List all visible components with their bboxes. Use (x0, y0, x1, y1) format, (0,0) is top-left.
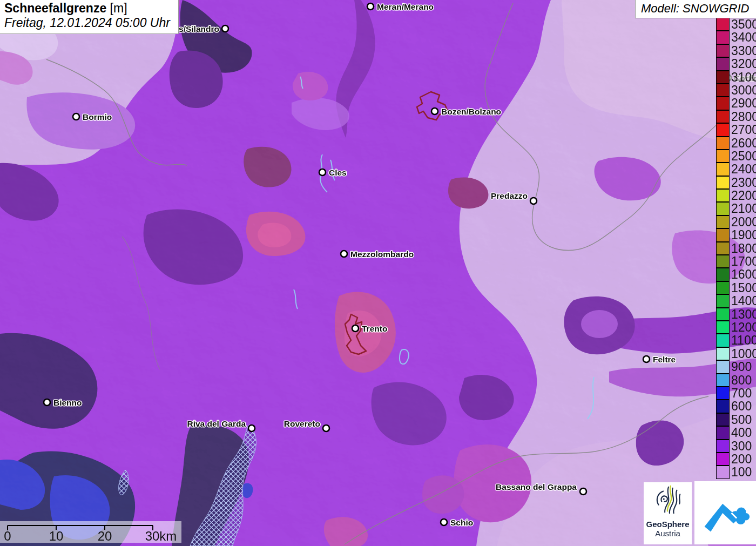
legend-value: 200 (731, 453, 752, 466)
legend-swatch (716, 163, 730, 176)
city-label: Mezzolombardo (350, 250, 414, 259)
legend-entry: 100 (716, 466, 756, 478)
legend-entry: 1500 (716, 281, 756, 294)
legend-entry: 3300 (716, 44, 756, 57)
legend-swatch (716, 294, 730, 307)
legend-entry: 700 (716, 387, 756, 400)
title-box: Schneefallgrenze [m] Freitag, 12.01.2024… (0, 0, 179, 34)
city-label: Trento (362, 324, 387, 333)
legend: 3500340033003200310030002900280027002600… (716, 18, 756, 479)
legend-swatch (716, 84, 730, 97)
city-marker (580, 488, 586, 495)
legend-swatch (716, 150, 730, 163)
city-marker (352, 325, 359, 332)
legend-entry: 500 (716, 413, 756, 426)
city-label: Rovereto (284, 419, 320, 428)
legend-entry: 1300 (716, 308, 756, 321)
city-marker (248, 425, 255, 432)
legend-value: 1600 (731, 268, 756, 281)
legend-entry: 2400 (716, 163, 756, 176)
snowfall-limit-map: Meran/MeranoSchlanders/SilandroBormioBoz… (0, 0, 756, 546)
legend-value: 3500 (731, 18, 756, 31)
city-marker (431, 108, 438, 114)
legend-value: 2000 (731, 215, 756, 228)
scale-bar-label: 30km (145, 529, 177, 543)
city-label: Bienno (53, 398, 82, 407)
city-marker (643, 356, 650, 362)
hillshade-layer (0, 0, 756, 546)
legend-swatch (716, 281, 730, 294)
city-label: Meran/Merano (377, 2, 434, 11)
legend-value: 1800 (731, 242, 756, 255)
legend-entry: 900 (716, 360, 756, 373)
legend-swatch (716, 440, 730, 453)
legend-value: 3200 (731, 57, 756, 70)
scale-bar-label: 0 (4, 529, 11, 543)
legend-swatch (716, 57, 730, 70)
legend-value: 2800 (731, 110, 756, 123)
legend-swatch (716, 189, 730, 202)
city-feltre: Feltre (643, 355, 676, 364)
legend-entry: 1900 (716, 228, 756, 241)
legend-value: 1200 (731, 321, 756, 334)
geosphere-logo-box: GeoSphere Austria (644, 482, 692, 544)
legend-swatch (716, 466, 730, 478)
legend-entry: 1400 (716, 294, 756, 307)
legend-swatch (716, 97, 730, 110)
legend-entry: 1700 (716, 255, 756, 268)
legend-value: 2300 (731, 176, 756, 189)
legend-swatch (716, 413, 730, 426)
legend-value: 800 (731, 374, 752, 387)
legend-value: 2900 (731, 97, 756, 110)
legend-entry: 200 (716, 453, 756, 466)
legend-value: 300 (731, 440, 752, 453)
legend-value: 3300 (731, 44, 756, 57)
legend-swatch (716, 202, 730, 215)
legend-value: 600 (731, 400, 752, 413)
legend-entry: 2300 (716, 176, 756, 189)
geosphere-logo-icon (651, 484, 685, 517)
city-marker (441, 519, 447, 525)
legend-value: 1100 (731, 334, 756, 347)
scale-bar-labels: 0102030km (4, 529, 177, 543)
legend-swatch (716, 400, 730, 413)
scale-bar-label: 10 (49, 529, 64, 543)
legend-swatch (716, 387, 730, 400)
legend-entry: 3400 (716, 31, 756, 44)
city-marker (319, 169, 326, 176)
legend-swatch (716, 137, 730, 150)
legend-entry: 3500 (716, 18, 756, 31)
legend-swatch (716, 31, 730, 44)
city-marker (367, 3, 374, 10)
city-marker (44, 399, 50, 406)
legend-swatch (716, 374, 730, 387)
legend-entry: 300 (716, 440, 756, 453)
legend-entry: 2900 (716, 97, 756, 110)
legend-swatch (716, 347, 730, 360)
city-marker (323, 425, 329, 432)
legend-swatch (716, 360, 730, 373)
geosphere-logo-line2: Austria (644, 529, 692, 538)
legend-entry: 2100 (716, 202, 756, 215)
city-label: Predazzo (491, 191, 528, 200)
legend-value: 1000 (731, 347, 756, 360)
legend-entry: 600 (716, 400, 756, 413)
legend-value: 2700 (731, 123, 756, 136)
legend-swatch (716, 453, 730, 466)
city-marker (222, 25, 228, 32)
legend-value: 1300 (731, 308, 756, 321)
legend-value: 1700 (731, 255, 756, 268)
legend-swatch (716, 71, 730, 84)
legend-swatch (716, 215, 730, 228)
legend-value: 2600 (731, 137, 756, 150)
map-title: Schneefallgrenze [m] (4, 1, 178, 16)
legend-swatch (716, 44, 730, 57)
scale-bar-label: 20 (98, 529, 112, 543)
legend-value: 100 (731, 466, 752, 478)
legend-value: 3000 (731, 84, 756, 97)
geosphere-logo-line1: GeoSphere (644, 520, 692, 529)
city-label: Bassano del Grappa (496, 482, 577, 491)
city-cles: Cles (319, 168, 347, 177)
mountain-cloud-logo-icon (699, 487, 751, 539)
legend-entry: 1000 (716, 347, 756, 360)
